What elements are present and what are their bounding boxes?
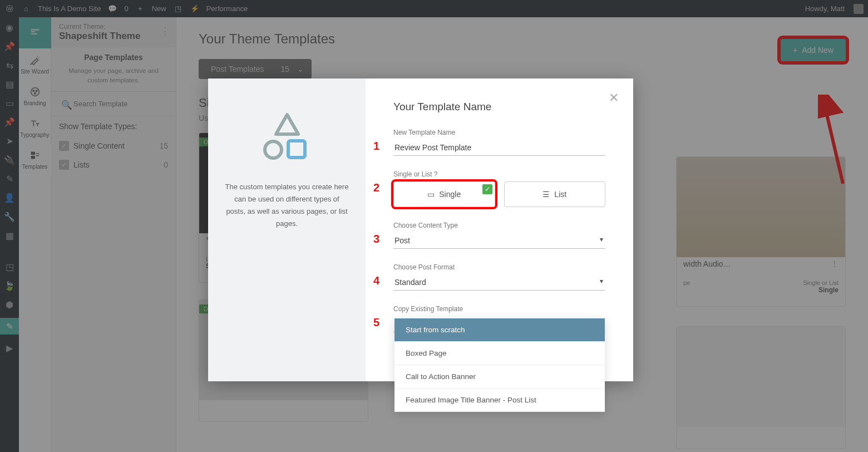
field-label: New Template Name xyxy=(393,129,605,136)
svg-rect-10 xyxy=(288,141,305,158)
copy-template-dropdown: Start from scratch Boxed Page Call to Ac… xyxy=(394,318,605,412)
step-number-4: 4 xyxy=(373,274,379,287)
template-name-input[interactable] xyxy=(393,140,605,156)
field-label: Copy Existing Template xyxy=(393,305,605,313)
modal-title: Your Template Name xyxy=(393,101,605,113)
modal-illustration-panel: The custom templates you create here can… xyxy=(208,78,366,381)
field-label: Choose Content Type xyxy=(393,222,605,229)
option-label: List xyxy=(554,190,566,199)
single-icon: ▭ xyxy=(427,190,435,199)
field-label: Single or List ? xyxy=(393,170,605,178)
post-format-select[interactable]: Standard xyxy=(393,274,605,291)
dropdown-option[interactable]: Featured Image Title Banner - Post List xyxy=(394,389,605,412)
shapes-illustration xyxy=(259,112,315,164)
option-label: Single xyxy=(439,190,461,199)
step-number-1: 1 xyxy=(373,140,379,153)
list-icon: ☰ xyxy=(542,190,550,199)
dropdown-option[interactable]: Start from scratch xyxy=(394,318,605,342)
step-number-5: 5 xyxy=(373,316,379,329)
content-type-select[interactable]: Post xyxy=(393,233,605,249)
step-number-3: 3 xyxy=(373,233,379,245)
field-label: Choose Post Format xyxy=(393,263,605,271)
modal-description: The custom templates you create here can… xyxy=(225,181,349,230)
step-number-2: 2 xyxy=(373,181,379,194)
checkmark-icon: ✓ xyxy=(482,184,492,194)
dropdown-option[interactable]: Boxed Page xyxy=(394,342,605,365)
svg-point-9 xyxy=(265,141,282,158)
dropdown-option[interactable]: Call to Action Banner xyxy=(394,365,605,389)
close-icon[interactable]: ✕ xyxy=(609,91,619,105)
option-list[interactable]: ☰ List xyxy=(504,181,606,207)
option-single[interactable]: ▭ Single ✓ xyxy=(393,181,495,207)
